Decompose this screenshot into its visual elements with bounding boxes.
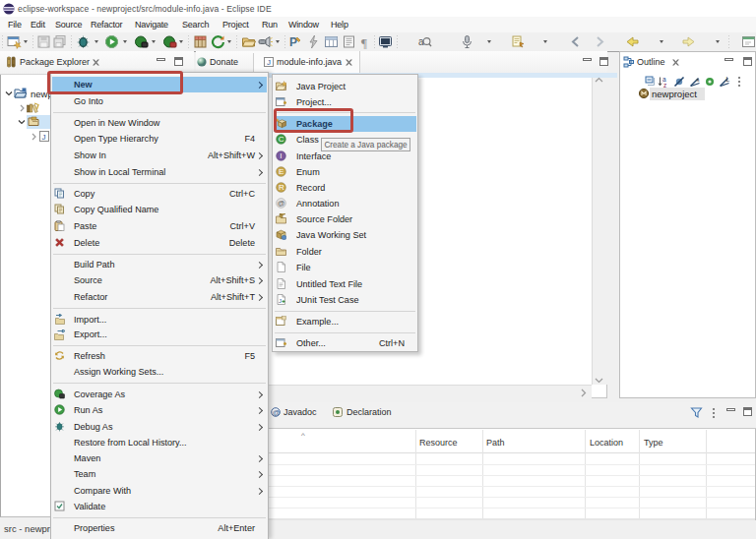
svg-text:E: E [279, 167, 284, 176]
svg-text:J: J [42, 133, 46, 142]
svg-text:I: I [280, 151, 282, 160]
svg-text:P: P [289, 35, 297, 49]
svg-text:@: @ [273, 408, 281, 417]
svg-text:J: J [267, 58, 271, 67]
svg-text:C: C [279, 135, 284, 144]
svg-text:¶: ¶ [361, 35, 367, 50]
svg-text:L: L [726, 76, 730, 83]
svg-text:s: s [697, 77, 700, 83]
svg-text:@: @ [278, 199, 285, 208]
svg-text:J: J [279, 298, 282, 304]
svg-text:R: R [279, 183, 284, 192]
